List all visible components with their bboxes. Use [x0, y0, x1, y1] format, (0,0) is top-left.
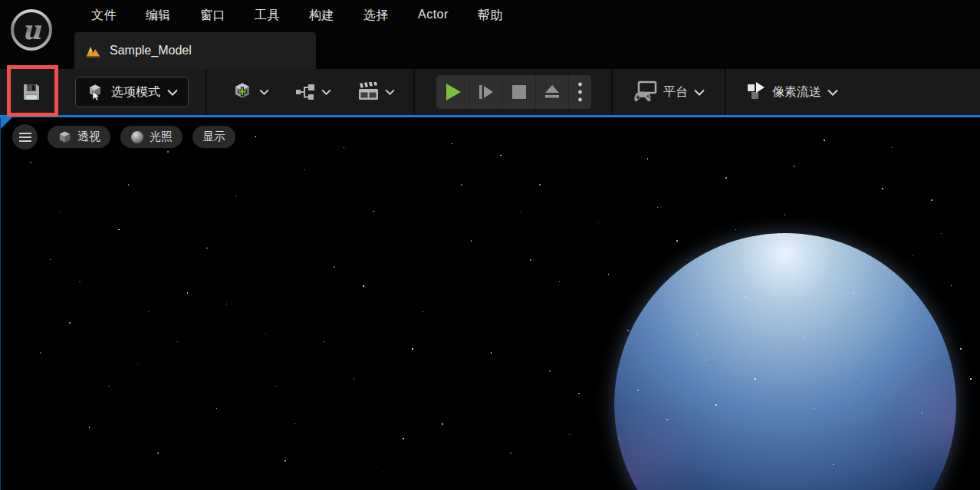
star	[79, 281, 80, 282]
star	[696, 334, 697, 334]
star	[960, 348, 961, 349]
selection-mode-dropdown[interactable]: 选项模式	[75, 77, 189, 107]
platform-dropdown[interactable]: 平台	[622, 75, 715, 109]
menu-actor[interactable]: Actor	[403, 1, 463, 31]
viewport-lit-button[interactable]: 光照	[120, 126, 183, 148]
chevron-down-icon	[321, 89, 331, 95]
toolbar-separator	[725, 69, 726, 115]
level-icon	[85, 43, 102, 58]
viewport-focus-corner-icon	[1, 117, 12, 129]
clapperboard-icon	[357, 82, 380, 102]
star	[344, 147, 344, 148]
star	[951, 285, 952, 286]
star	[539, 184, 540, 185]
star	[284, 460, 286, 462]
star	[804, 337, 804, 338]
star	[921, 412, 922, 413]
star	[765, 446, 765, 446]
star	[177, 341, 178, 342]
menu-select[interactable]: 选择	[349, 1, 403, 31]
star	[843, 252, 844, 252]
star	[471, 240, 472, 241]
add-actor-dropdown[interactable]	[224, 75, 277, 109]
star	[216, 408, 217, 409]
star	[774, 315, 775, 316]
star	[383, 472, 383, 472]
star	[892, 147, 893, 148]
star	[520, 211, 521, 212]
star	[363, 285, 364, 287]
star	[50, 259, 51, 260]
star	[598, 222, 599, 222]
menu-window[interactable]: 窗口	[186, 1, 240, 31]
star	[334, 266, 334, 267]
viewport-options-menu-button[interactable]	[12, 124, 38, 150]
star	[912, 255, 913, 256]
viewport-show-button[interactable]: 显示	[192, 126, 235, 148]
star	[235, 196, 236, 196]
pixel-streaming-label: 像素流送	[772, 84, 821, 100]
star	[902, 304, 903, 304]
cinematics-dropdown[interactable]	[350, 75, 403, 109]
save-button[interactable]	[14, 74, 49, 110]
star	[853, 292, 854, 294]
chevron-down-icon	[694, 89, 705, 96]
star	[794, 166, 794, 166]
chevron-down-icon	[167, 89, 178, 96]
svg-text:u: u	[22, 15, 42, 45]
menu-tools[interactable]: 工具	[240, 1, 294, 31]
star	[187, 292, 188, 293]
pixel-streaming-dropdown[interactable]: 像素流送	[735, 75, 849, 109]
star	[814, 408, 814, 409]
menu-help[interactable]: 帮助	[463, 1, 518, 31]
star	[569, 434, 570, 435]
play-button[interactable]	[436, 75, 469, 109]
pixel-streaming-icon	[746, 81, 766, 103]
star	[676, 240, 677, 241]
star	[294, 423, 295, 424]
star	[833, 464, 834, 465]
star	[30, 162, 31, 163]
eject-button[interactable]	[535, 75, 568, 109]
chevron-down-icon	[827, 89, 838, 96]
star	[324, 341, 324, 342]
star	[226, 304, 227, 304]
star	[618, 438, 619, 439]
star	[403, 438, 404, 439]
play-options-kebab-icon[interactable]	[568, 75, 591, 109]
star	[824, 140, 825, 141]
chevron-down-icon	[385, 89, 395, 95]
star	[549, 370, 550, 371]
stop-button[interactable]	[502, 75, 535, 109]
star	[118, 229, 119, 230]
star	[148, 311, 149, 312]
star	[666, 419, 667, 420]
star	[69, 322, 70, 323]
perspective-label: 透视	[77, 130, 100, 144]
toolbar-separator	[611, 69, 613, 115]
star	[275, 386, 276, 386]
star	[500, 155, 501, 156]
star	[491, 352, 492, 353]
star	[138, 363, 139, 364]
tab-sample-model[interactable]: Sample_Model	[74, 32, 316, 69]
platform-devices-icon	[633, 81, 657, 104]
tab-strip: Sample_Model	[0, 31, 980, 69]
viewport-perspective-button[interactable]: 透视	[48, 126, 110, 148]
frame-skip-button[interactable]	[469, 75, 502, 109]
play-controls	[436, 75, 591, 109]
star	[354, 378, 354, 379]
menu-edit[interactable]: 编辑	[131, 1, 186, 31]
star	[863, 382, 863, 383]
menu-file[interactable]: 文件	[77, 1, 131, 31]
star	[255, 136, 256, 136]
menu-build[interactable]: 构建	[294, 1, 349, 31]
blueprints-dropdown[interactable]	[288, 75, 339, 109]
main-menu: 文件 编辑 窗口 工具 构建 选择 Actor 帮助	[77, 1, 518, 31]
level-viewport[interactable]: 透视 光照 显示	[0, 117, 980, 490]
star	[686, 259, 687, 260]
star	[627, 330, 629, 331]
star	[40, 352, 41, 354]
star	[715, 404, 717, 406]
star	[941, 233, 942, 234]
